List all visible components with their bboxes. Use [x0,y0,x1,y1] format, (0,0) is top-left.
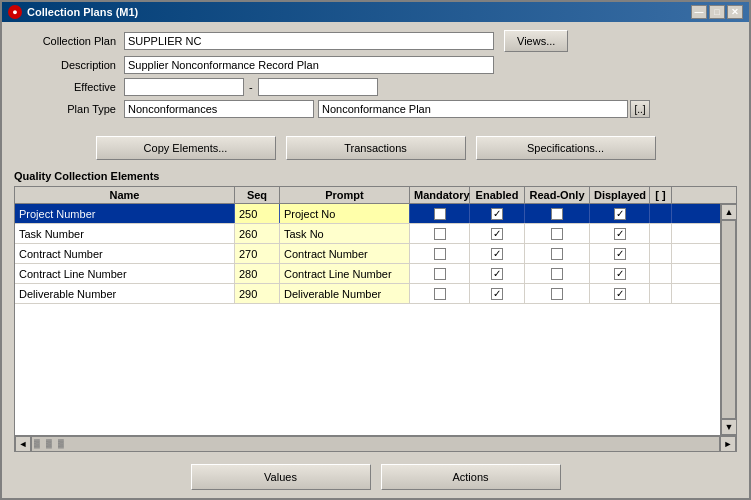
plan-type-input2[interactable] [318,100,628,118]
cell-readonly-3[interactable] [525,264,590,283]
table-section: Quality Collection Elements Name Seq Pro… [14,170,737,452]
specifications-button[interactable]: Specifications... [476,136,656,160]
cell-enabled-3[interactable] [470,264,525,283]
effective-dash: - [244,81,258,93]
checkbox-mandatory-3[interactable] [434,268,446,280]
scroll-track[interactable] [721,220,736,419]
collection-plan-input[interactable] [124,32,494,50]
maximize-button[interactable]: □ [709,5,725,19]
checkbox-readonly-1[interactable] [551,228,563,240]
checkbox-enabled-3[interactable] [491,268,503,280]
title-bar-left: ● Collection Plans (M1) [8,5,138,19]
cell-name-3: Contract Line Number [15,264,235,283]
cell-displayed-4[interactable] [590,284,650,303]
plan-type-bracket-button[interactable]: [..] [630,100,650,118]
transactions-button[interactable]: Transactions [286,136,466,160]
collection-plan-row: Collection Plan Views... [14,30,737,52]
checkbox-mandatory-2[interactable] [434,248,446,260]
table-body-container: Project Number 250 Project No Task Numbe… [15,204,736,435]
cell-prompt-1: Task No [280,224,410,243]
checkbox-mandatory-1[interactable] [434,228,446,240]
checkbox-readonly-4[interactable] [551,288,563,300]
checkbox-enabled-2[interactable] [491,248,503,260]
plan-type-input1[interactable] [124,100,314,118]
effective-from-input[interactable] [124,78,244,96]
section-title: Quality Collection Elements [14,170,737,182]
checkbox-enabled-0[interactable] [491,208,503,220]
cell-mandatory-0[interactable] [410,204,470,223]
cell-readonly-2[interactable] [525,244,590,263]
copy-elements-button[interactable]: Copy Elements... [96,136,276,160]
form-section: Collection Plan Views... Description Eff… [14,30,737,122]
cell-readonly-0[interactable] [525,204,590,223]
cell-enabled-4[interactable] [470,284,525,303]
views-button[interactable]: Views... [504,30,568,52]
minimize-button[interactable]: — [691,5,707,19]
cell-readonly-1[interactable] [525,224,590,243]
checkbox-enabled-4[interactable] [491,288,503,300]
checkbox-mandatory-4[interactable] [434,288,446,300]
checkbox-displayed-2[interactable] [614,248,626,260]
table-row[interactable]: Contract Line Number 280 Contract Line N… [15,264,720,284]
table-body: Project Number 250 Project No Task Numbe… [15,204,720,435]
cell-enabled-0[interactable] [470,204,525,223]
window-title: Collection Plans (M1) [27,6,138,18]
actions-button[interactable]: Actions [381,464,561,490]
col-header-seq: Seq [235,187,280,203]
checkbox-mandatory-0[interactable] [434,208,446,220]
col-header-name: Name [15,187,235,203]
cell-bracket-2 [650,244,672,263]
checkbox-displayed-1[interactable] [614,228,626,240]
checkbox-displayed-0[interactable] [614,208,626,220]
checkbox-displayed-4[interactable] [614,288,626,300]
scroll-right-button[interactable]: ► [720,436,736,452]
cell-bracket-3 [650,264,672,283]
cell-prompt-4: Deliverable Number [280,284,410,303]
table-row[interactable]: Deliverable Number 290 Deliverable Numbe… [15,284,720,304]
title-controls: — □ ✕ [691,5,743,19]
action-buttons-row: Copy Elements... Transactions Specificat… [14,136,737,160]
checkbox-enabled-1[interactable] [491,228,503,240]
table-row[interactable]: Task Number 260 Task No [15,224,720,244]
cell-displayed-3[interactable] [590,264,650,283]
checkbox-readonly-3[interactable] [551,268,563,280]
cell-mandatory-1[interactable] [410,224,470,243]
close-button[interactable]: ✕ [727,5,743,19]
cell-enabled-2[interactable] [470,244,525,263]
scroll-up-button[interactable]: ▲ [721,204,736,220]
table-row[interactable]: Project Number 250 Project No [15,204,720,224]
cell-enabled-1[interactable] [470,224,525,243]
cell-name-1: Task Number [15,224,235,243]
cell-seq-3: 280 [235,264,280,283]
cell-displayed-1[interactable] [590,224,650,243]
cell-displayed-2[interactable] [590,244,650,263]
table-container: Name Seq Prompt Mandatory Enabled Read-O… [14,186,737,452]
table-row[interactable]: Contract Number 270 Contract Number [15,244,720,264]
cell-bracket-1 [650,224,672,243]
cell-mandatory-4[interactable] [410,284,470,303]
cell-readonly-4[interactable] [525,284,590,303]
cell-displayed-0[interactable] [590,204,650,223]
horizontal-scrollbar[interactable]: ◄ ▓ ▓ ▓ ► [15,435,736,451]
cell-mandatory-2[interactable] [410,244,470,263]
scroll-left-button[interactable]: ◄ [15,436,31,452]
cell-name-0: Project Number [15,204,235,223]
checkbox-readonly-2[interactable] [551,248,563,260]
col-header-mandatory: Mandatory [410,187,470,203]
description-label: Description [14,59,124,71]
col-header-prompt: Prompt [280,187,410,203]
cell-mandatory-3[interactable] [410,264,470,283]
horizontal-scroll-track[interactable]: ▓ ▓ ▓ [31,436,720,452]
checkbox-displayed-3[interactable] [614,268,626,280]
plan-type-label: Plan Type [14,103,124,115]
values-button[interactable]: Values [191,464,371,490]
vertical-scrollbar[interactable]: ▲ ▼ [720,204,736,435]
effective-to-input[interactable] [258,78,378,96]
cell-seq-1: 260 [235,224,280,243]
main-content: Collection Plan Views... Description Eff… [2,22,749,498]
scroll-down-button[interactable]: ▼ [721,419,736,435]
description-input[interactable] [124,56,494,74]
checkbox-readonly-0[interactable] [551,208,563,220]
table-header: Name Seq Prompt Mandatory Enabled Read-O… [15,187,736,204]
scroll-dots: ▓ ▓ ▓ [34,439,66,448]
